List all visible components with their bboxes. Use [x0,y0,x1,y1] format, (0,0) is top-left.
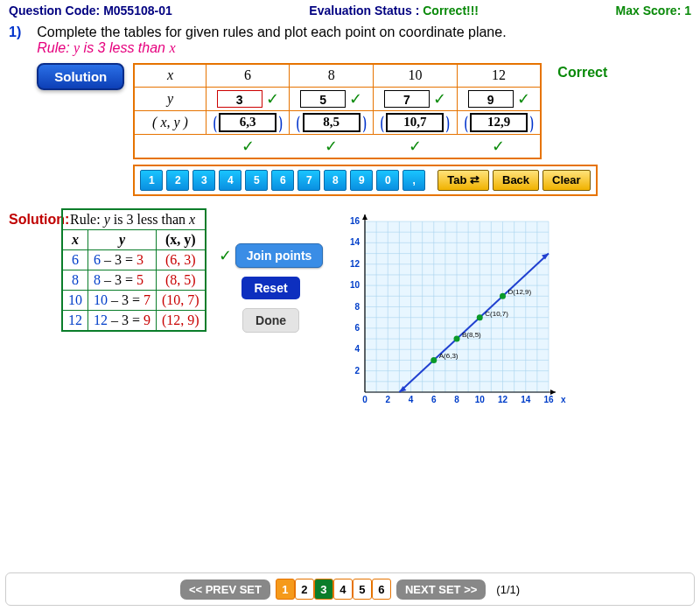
max-score-label: Max Score: [616,4,685,18]
pair-input-0[interactable]: 6,3 [219,113,276,132]
y-input-0[interactable]: 3 [217,90,262,108]
svg-text:12: 12 [498,395,508,404]
svg-text:6: 6 [355,322,360,332]
th-xy: ( x, y ) [134,110,206,134]
key-0[interactable]: 0 [376,170,399,191]
svg-marker-38 [362,214,368,220]
key-9[interactable]: 9 [350,170,373,191]
page-6[interactable]: 6 [372,579,391,600]
x0: 6 [206,64,290,87]
check-icon: ✓ [219,246,232,265]
svg-text:D(12,9): D(12,9) [508,288,532,296]
svg-text:C(10,7): C(10,7) [486,309,509,317]
solution-label: Solution: [9,212,52,228]
key-6[interactable]: 6 [271,170,294,191]
question-rule: Rule: y is 3 less than x [37,40,691,56]
sol-pair: (12, 9) [157,310,206,331]
header: Question Code: M055108-01 Evaluation Sta… [0,0,700,21]
svg-text:0: 0 [363,395,368,404]
solution-table: Rule: y is 3 less than x x y (x, y) 6 6 … [61,208,206,332]
action-buttons: ✓ Join points Reset Done [219,243,324,333]
pair-input-1[interactable]: 8,5 [303,113,360,132]
svg-text:A(6,3): A(6,3) [439,352,458,360]
key-4[interactable]: 4 [219,170,242,191]
question-code: M055108-01 [103,4,172,18]
check-icon: ✓ [349,90,362,108]
svg-point-62 [454,335,460,341]
svg-text:4: 4 [355,344,360,354]
join-points-button[interactable]: Join points [235,243,324,268]
svg-text:6: 6 [431,395,437,404]
key-7[interactable]: 7 [298,170,320,191]
solution-button[interactable]: Solution [37,63,124,90]
max-score: 1 [684,4,691,18]
svg-text:4: 4 [409,395,414,404]
x3: 12 [457,64,541,87]
key-8[interactable]: 8 [324,170,346,191]
svg-text:2: 2 [355,365,360,375]
key-tab[interactable]: Tab ⇄ [438,170,489,191]
svg-text:16: 16 [350,216,360,226]
sol-eq: 6 – 3 = 3 [88,249,157,270]
eval-status: Correct!!! [423,4,479,18]
sol-x: 8 [62,270,88,290]
question-text: Complete the tables for given rules and … [37,25,691,40]
svg-text:2: 2 [386,395,391,404]
key-clear[interactable]: Clear [542,170,591,191]
svg-text:14: 14 [522,395,532,404]
svg-point-60 [431,356,438,362]
th-x: x [134,64,206,87]
check-icon: ✓ [266,90,279,108]
page-5[interactable]: 5 [353,579,372,600]
key-comma[interactable]: , [402,170,425,191]
pair-input-3[interactable]: 12,9 [470,113,528,132]
svg-text:16: 16 [544,395,555,404]
next-set-button[interactable]: NEXT SET >> [396,579,486,600]
done-button[interactable]: Done [242,308,299,333]
sol-pair: (10, 7) [157,290,206,310]
x1: 8 [290,64,374,87]
question-code-label: Question Code: [9,4,103,18]
check-icon: ✓ [517,90,530,108]
prev-set-button[interactable]: << PREV SET [180,579,270,600]
svg-text:14: 14 [350,237,360,247]
svg-text:x: x [561,395,566,404]
sol-eq: 10 – 3 = 7 [88,290,157,310]
page-3[interactable]: 3 [314,579,333,600]
svg-point-66 [500,292,506,298]
svg-text:8: 8 [355,301,360,311]
key-3[interactable]: 3 [192,170,215,191]
svg-text:B(8,5): B(8,5) [462,331,481,339]
check-icon: ✓ [242,137,255,155]
sol-table-title: Rule: y is 3 less than x [62,209,206,230]
sol-pair: (8, 5) [157,270,206,290]
coordinate-plane[interactable]: 0246810121416246810121416xA(6,3)B(8,5)C(… [339,208,566,418]
page-count: (1/1) [496,583,520,596]
question-number: 1) [9,25,21,196]
sol-x: 12 [62,310,88,331]
svg-text:10: 10 [350,280,360,290]
key-2[interactable]: 2 [166,170,189,191]
y-input-1[interactable]: 5 [300,90,346,108]
key-5[interactable]: 5 [245,170,268,191]
sol-x: 6 [62,249,88,270]
key-back[interactable]: Back [493,170,539,191]
footer-nav: << PREV SET 123456 NEXT SET >> (1/1) [5,572,695,606]
y-input-2[interactable]: 7 [384,90,430,108]
th-y: y [134,87,206,110]
page-4[interactable]: 4 [333,579,353,600]
y-input-3[interactable]: 9 [468,90,514,108]
reset-button[interactable]: Reset [242,277,299,299]
pair-input-2[interactable]: 10,7 [386,113,444,132]
x2: 10 [374,64,458,87]
check-icon: ✓ [492,137,505,155]
correct-tag: Correct [557,65,607,81]
page-1[interactable]: 1 [276,579,295,600]
page-2[interactable]: 2 [295,579,314,600]
key-1[interactable]: 1 [140,170,163,191]
eval-label: Evaluation Status : [309,4,423,18]
check-icon: ✓ [433,90,446,108]
svg-text:10: 10 [475,395,486,404]
input-table: x 6 8 10 12 y 3 ✓ 5 ✓ 7 ✓ 9 ✓ ( x, y [133,63,542,159]
svg-point-64 [477,314,483,320]
